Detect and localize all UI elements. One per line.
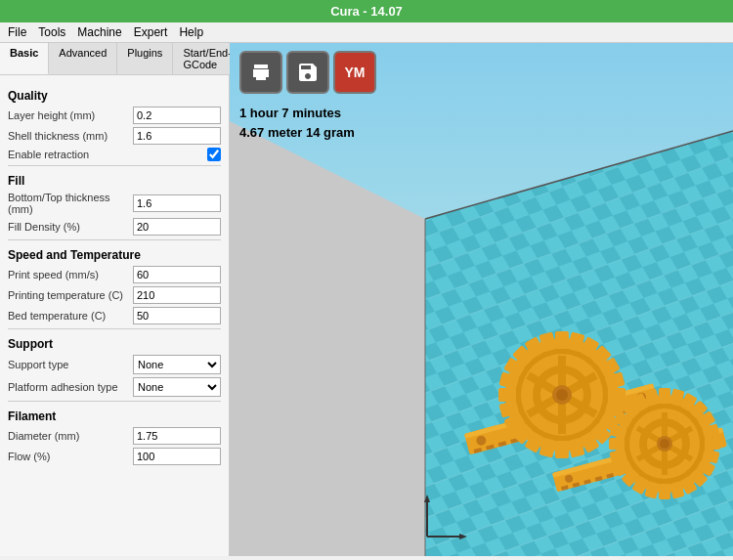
tab-bar: Basic Advanced Plugins Start/End-GCode	[0, 43, 229, 75]
toolbar-3d: YM	[239, 51, 376, 94]
fill-density-row: Fill Density (%)	[8, 218, 221, 236]
platform-adhesion-label: Platform adhesion type	[8, 381, 133, 393]
print-speed-input[interactable]	[133, 266, 221, 283]
svg-rect-52	[555, 331, 569, 349]
shell-thickness-row: Shell thickness (mm)	[8, 127, 221, 145]
layer-height-row: Layer height (mm)	[8, 107, 221, 124]
print-time: 1 hour 7 minutes	[239, 104, 355, 123]
menu-machine[interactable]: Machine	[77, 25, 121, 39]
diameter-input[interactable]	[133, 427, 221, 445]
print-speed-label: Print speed (mm/s)	[8, 269, 133, 280]
ym-button[interactable]: YM	[333, 51, 376, 94]
support-type-row: Support type None Touching buildplate Ev…	[8, 355, 221, 374]
bottom-top-row: Bottom/Top thickness (mm)	[8, 192, 221, 215]
bed-temp-input[interactable]	[133, 307, 221, 324]
svg-point-71	[660, 439, 669, 449]
printing-temp-input[interactable]	[133, 286, 221, 304]
fill-density-input[interactable]	[133, 218, 221, 236]
settings-form: Quality Layer height (mm) Shell thicknes…	[0, 75, 229, 556]
bottom-top-input[interactable]	[133, 194, 221, 212]
enable-retraction-checkbox[interactable]	[207, 148, 221, 161]
left-panel: Basic Advanced Plugins Start/End-GCode Q…	[0, 43, 230, 556]
flow-input[interactable]	[133, 448, 221, 465]
shell-thickness-label: Shell thickness (mm)	[8, 130, 133, 142]
enable-retraction-label: Enable retraction	[8, 149, 207, 160]
save-button[interactable]	[286, 51, 329, 94]
tab-basic[interactable]: Basic	[0, 43, 49, 74]
platform-adhesion-select[interactable]: None Brim Raft	[133, 377, 221, 397]
printing-temp-row: Printing temperature (C)	[8, 286, 221, 304]
support-type-label: Support type	[8, 359, 133, 370]
app-title: Cura - 14.07	[330, 4, 403, 19]
diameter-label: Diameter (mm)	[8, 430, 133, 442]
fill-density-label: Fill Density (%)	[8, 221, 133, 233]
bed-temp-row: Bed temperature (C)	[8, 307, 221, 324]
support-type-select[interactable]: None Touching buildplate Everywhere	[133, 355, 221, 374]
print-info: 1 hour 7 minutes 4.67 meter 14 gram	[239, 104, 355, 142]
quality-section-title: Quality	[8, 89, 221, 103]
layer-height-input[interactable]	[133, 107, 221, 124]
platform-adhesion-row: Platform adhesion type None Brim Raft	[8, 377, 221, 397]
shell-thickness-input[interactable]	[133, 127, 221, 145]
toolbar-row: YM	[239, 51, 376, 94]
print-material: 4.67 meter 14 gram	[239, 123, 355, 143]
layer-height-label: Layer height (mm)	[8, 109, 133, 121]
viewport-panel: YM 1 hour 7 minutes 4.67 meter 14 gram	[230, 43, 733, 556]
enable-retraction-row: Enable retraction	[8, 148, 221, 161]
speed-temp-section-title: Speed and Temperature	[8, 248, 221, 262]
print-speed-row: Print speed (mm/s)	[8, 266, 221, 283]
svg-point-60	[556, 389, 568, 401]
main-layout: Basic Advanced Plugins Start/End-GCode Q…	[0, 43, 733, 556]
menu-expert[interactable]: Expert	[134, 25, 168, 39]
menu-help[interactable]: Help	[179, 25, 203, 39]
flow-row: Flow (%)	[8, 448, 221, 465]
3d-viewport: YM 1 hour 7 minutes 4.67 meter 14 gram	[230, 43, 733, 556]
flow-label: Flow (%)	[8, 451, 133, 462]
fill-section-title: Fill	[8, 174, 221, 188]
tab-advanced[interactable]: Advanced	[49, 43, 117, 74]
title-bar: Cura - 14.07	[0, 0, 733, 22]
menu-tools[interactable]: Tools	[38, 25, 65, 39]
tab-plugins[interactable]: Plugins	[117, 43, 173, 74]
svg-rect-63	[659, 388, 670, 404]
diameter-row: Diameter (mm)	[8, 427, 221, 445]
bottom-top-label: Bottom/Top thickness (mm)	[8, 192, 133, 215]
menu-file[interactable]: File	[8, 25, 26, 39]
support-section-title: Support	[8, 337, 221, 351]
print-button[interactable]	[239, 51, 282, 94]
menu-bar: File Tools Machine Expert Help	[0, 22, 733, 43]
printing-temp-label: Printing temperature (C)	[8, 289, 133, 301]
bed-temp-label: Bed temperature (C)	[8, 310, 133, 322]
filament-section-title: Filament	[8, 409, 221, 423]
